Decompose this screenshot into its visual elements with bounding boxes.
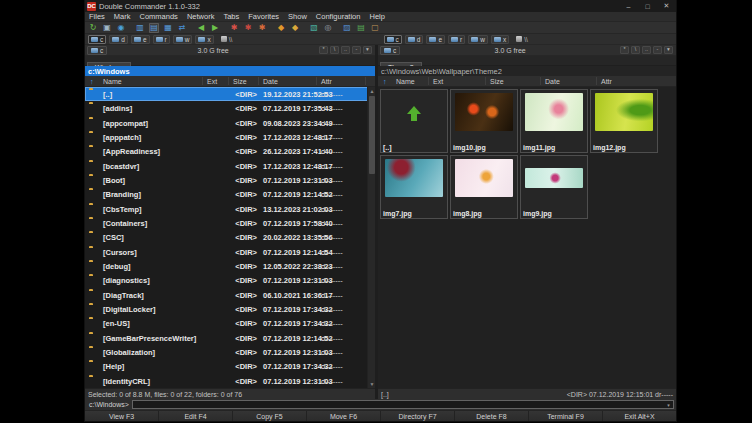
table-row[interactable]: [apppatch] <DIR> 17.12.2023 12:48:17 d--… <box>85 130 375 144</box>
column-header-ext[interactable]: Ext <box>433 78 443 85</box>
table-row[interactable]: [IdentityCRL] <DIR> 07.12.2019 12:31:03 … <box>85 374 375 388</box>
menu-item[interactable]: Configuration <box>316 12 361 21</box>
directory-f7-button[interactable]: Directory F7 <box>380 411 454 421</box>
column-header-attr[interactable]: Attr <box>601 78 612 85</box>
copy-left-icon[interactable]: ◀ <box>196 23 206 33</box>
thumbnail-item[interactable]: img12.jpg <box>590 89 658 153</box>
drive-button[interactable]: r <box>448 35 465 44</box>
drive-button[interactable]: x <box>491 35 509 44</box>
column-header-attr[interactable]: Attr <box>321 78 332 85</box>
terminal-icon[interactable]: ▣ <box>102 23 112 33</box>
table-row[interactable]: [Globalization] <DIR> 07.12.2019 12:31:0… <box>85 345 375 359</box>
thumbnail-item[interactable]: img8.jpg <box>450 155 518 219</box>
delete-f8-button[interactable]: Delete F8 <box>454 411 528 421</box>
thumbnail-item[interactable]: img9.jpg <box>520 155 588 219</box>
column-header-ext[interactable]: Ext <box>207 78 217 85</box>
multi-rename-icon[interactable]: ▨ <box>342 23 352 33</box>
drive-button[interactable]: r <box>153 35 170 44</box>
drive-button[interactable]: d <box>109 35 128 44</box>
favorites-button[interactable]: * <box>319 46 328 54</box>
table-row[interactable]: [AppReadiness] <DIR> 26.12.2023 17:41:40… <box>85 144 375 158</box>
copy-f5-button[interactable]: Copy F5 <box>232 411 306 421</box>
scrollbar-thumb[interactable] <box>369 96 375 174</box>
column-header-date[interactable]: Date <box>545 78 560 85</box>
column-header-date[interactable]: Date <box>263 78 278 85</box>
close-button[interactable]: ✕ <box>657 0 676 12</box>
drive-button[interactable]: c <box>384 35 402 44</box>
sync-dirs-icon[interactable]: ◆ <box>290 23 300 33</box>
network-drive-button[interactable]: \\ <box>219 35 235 44</box>
drive-button[interactable]: d <box>405 35 424 44</box>
thumbnail-item[interactable]: img11.jpg <box>520 89 588 153</box>
table-row[interactable]: [addins] <DIR> 07.12.2019 17:35:43 d----… <box>85 101 375 115</box>
drive-button[interactable]: w <box>173 35 193 44</box>
table-row[interactable]: [Boot] <DIR> 07.12.2019 12:31:03 d------… <box>85 173 375 187</box>
scroll-down-icon[interactable]: ▼ <box>368 380 376 388</box>
vertical-scrollbar[interactable]: ▲ ▼ <box>367 87 375 388</box>
network-drive-button[interactable]: \\ <box>514 35 530 44</box>
menu-item[interactable]: Network <box>187 12 215 21</box>
menu-item[interactable]: Help <box>369 12 384 21</box>
table-row[interactable]: [debug] <DIR> 12.05.2022 22:38:23 d-----… <box>85 259 375 273</box>
table-row[interactable]: [Cursors] <DIR> 07.12.2019 12:14:54 d---… <box>85 245 375 259</box>
drive-button[interactable]: c <box>88 35 106 44</box>
drive-button[interactable]: x <box>195 35 213 44</box>
left-path-bar[interactable]: c:\Windows <box>85 66 375 76</box>
table-row[interactable]: [appcompat] <DIR> 09.08.2023 23:34:49 d-… <box>85 116 375 130</box>
refresh-icon[interactable]: ↻ <box>88 23 98 33</box>
edit-f4-button[interactable]: Edit F4 <box>158 411 232 421</box>
table-row[interactable]: [Branding] <DIR> 07.12.2019 12:14:52 d--… <box>85 187 375 201</box>
terminal-f9-button[interactable]: Terminal F9 <box>528 411 602 421</box>
table-row[interactable]: [Help] <DIR> 07.12.2019 17:34:32 d------… <box>85 359 375 373</box>
thumbnail-item[interactable]: [..] <box>380 89 448 153</box>
pack-files-icon[interactable]: ✱ <box>229 23 239 33</box>
command-input[interactable]: ▾ <box>132 400 674 409</box>
column-header-size[interactable]: Size <box>233 78 247 85</box>
brief-view-icon[interactable]: ▥ <box>135 23 145 33</box>
thumbnails-view-icon[interactable]: ▦ <box>163 23 173 33</box>
equal-panels-button[interactable]: - <box>653 46 662 54</box>
maximize-button[interactable]: □ <box>638 0 657 12</box>
table-row[interactable]: [bcastdvr] <DIR> 17.12.2023 12:48:17 d--… <box>85 159 375 173</box>
column-header-name[interactable]: Name <box>396 78 415 85</box>
table-row[interactable]: [..] <DIR> 19.12.2023 21:52:53 d------- <box>85 87 375 101</box>
scroll-up-icon[interactable]: ▲ <box>368 87 376 95</box>
table-row[interactable]: [GameBarPresenceWriter] <DIR> 07.12.2019… <box>85 331 375 345</box>
column-header-size[interactable]: Size <box>490 78 504 85</box>
right-path-bar[interactable]: c:\Windows\Web\Wallpaper\Theme2 <box>378 66 676 76</box>
table-row[interactable]: [DiagTrack] <DIR> 06.10.2021 16:36:17 d-… <box>85 288 375 302</box>
column-header-name[interactable]: Name <box>103 78 122 85</box>
menu-item[interactable]: Mark <box>114 12 131 21</box>
equal-panels-button[interactable]: - <box>352 46 361 54</box>
title-bar[interactable]: DC Double Commander 1.1.0-332 – □ ✕ <box>85 0 676 12</box>
drive-button[interactable]: e <box>426 35 445 44</box>
drive-combo[interactable]: c <box>380 46 400 55</box>
drive-button[interactable]: e <box>131 35 150 44</box>
compare-dirs-icon[interactable]: ◆ <box>276 23 286 33</box>
table-row[interactable]: [DigitalLocker] <DIR> 07.12.2019 17:34:3… <box>85 302 375 316</box>
exit-altx-button[interactable]: Exit Alt+X <box>602 411 676 421</box>
menu-item[interactable]: Show <box>288 12 307 21</box>
table-row[interactable]: [CbsTemp] <DIR> 13.12.2023 21:02:03 d---… <box>85 202 375 216</box>
thumbnail-item[interactable]: img10.jpg <box>450 89 518 153</box>
drive-combo[interactable]: c <box>87 46 107 55</box>
menu-item[interactable]: Favorites <box>248 12 279 21</box>
dropdown-icon[interactable]: ▾ <box>664 401 673 408</box>
search-files-icon[interactable]: ◎ <box>323 23 333 33</box>
favorites-button[interactable]: * <box>620 46 629 54</box>
options-icon[interactable]: ◉ <box>116 23 126 33</box>
swap-panels-icon[interactable]: ⇄ <box>177 23 187 33</box>
thumbnail-item[interactable]: img7.jpg <box>380 155 448 219</box>
copy-right-icon[interactable]: ▶ <box>210 23 220 33</box>
table-row[interactable]: [CSC] <DIR> 20.02.2022 13:35:56 d------- <box>85 230 375 244</box>
minimize-button[interactable]: – <box>619 0 638 12</box>
menu-item[interactable]: Tabs <box>223 12 239 21</box>
table-row[interactable]: [Containers] <DIR> 07.12.2019 17:58:40 d… <box>85 216 375 230</box>
root-dir-button[interactable]: \ <box>631 46 640 54</box>
parent-dir-button[interactable]: .. <box>341 46 350 54</box>
history-button[interactable]: ▾ <box>664 46 673 54</box>
menu-item[interactable]: Commands <box>140 12 178 21</box>
history-button[interactable]: ▾ <box>363 46 372 54</box>
test-archive-icon[interactable]: ✱ <box>257 23 267 33</box>
parent-dir-button[interactable]: .. <box>642 46 651 54</box>
